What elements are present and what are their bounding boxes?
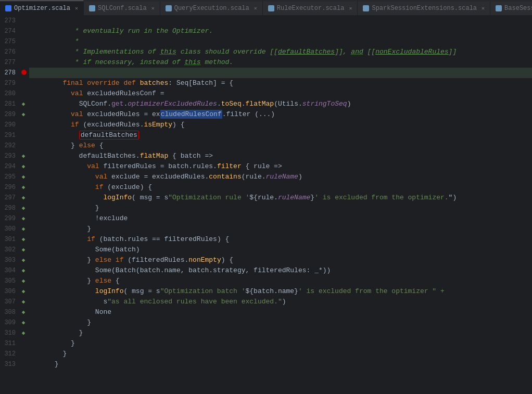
tab-label: QueryExecution.scala <box>174 5 249 12</box>
gutter-307: 307 ◆ <box>0 297 27 307</box>
tab-sparksession[interactable]: SparkSessionExtensions.scala ✕ <box>358 1 490 15</box>
gutter-306: 306 ◆ <box>0 286 27 297</box>
gutter-295: 295 ◆ <box>0 172 27 182</box>
code-line-292: defaultBatches.flatMap { batch => <box>29 141 532 151</box>
gutter-308: 308 ◆ <box>0 307 27 317</box>
gutter-274: 274 <box>0 26 27 36</box>
code-content[interactable]: * eventually run in the Optimizer. * * I… <box>27 16 532 394</box>
gutter-293: 293 ◆ <box>0 151 27 161</box>
code-line-303: Some(Batch(batch.name, batch.strategy, f… <box>29 255 532 265</box>
diff-icon-289: ◆ <box>20 109 27 120</box>
tab-label: SQLConf.scala <box>98 5 147 12</box>
scala-icon <box>5 5 11 11</box>
code-line-310: } <box>29 328 532 338</box>
code-line-279: val excludedRulesConf = <box>29 78 532 88</box>
diff-icon-310: ◆ <box>20 328 27 339</box>
diff-icon-300: ◆ <box>20 224 27 235</box>
gutter-297: 297 ◆ <box>0 193 27 203</box>
gutter-275: 275 <box>0 36 27 47</box>
code-line-309: } <box>29 317 532 328</box>
tab-sqlconf[interactable]: SQLConf.scala ✕ <box>84 1 160 15</box>
scala-icon-6 <box>496 5 502 11</box>
diff-icon-302: ◆ <box>20 245 27 256</box>
code-line-274: * <box>29 26 532 36</box>
tab-label: SparkSessionExtensions.scala <box>372 5 477 12</box>
code-line-296: logInfo( msg = s"Optimization rule '${ru… <box>29 182 532 193</box>
code-line-299: } <box>29 213 532 224</box>
tab-close-sqlconf[interactable]: ✕ <box>151 5 155 11</box>
tab-basesession[interactable]: BaseSessionStateBuilder.scala ✕ <box>490 1 532 15</box>
code-line-294: val exclude = excludedRules.contains(rul… <box>29 161 532 172</box>
diff-icon-308: ◆ <box>20 307 27 318</box>
scala-icon-4 <box>268 5 274 11</box>
code-line-305: logInfo( msg = s"Optimization batch '${b… <box>29 276 532 286</box>
gutter-302: 302 ◆ <box>0 245 27 255</box>
diff-icon-298: ◆ <box>20 203 27 214</box>
diff-icon-309: ◆ <box>20 317 27 328</box>
code-line-275: * Implementations of this class should o… <box>29 36 532 47</box>
scala-icon-2 <box>89 5 95 11</box>
gutter-309: 309 ◆ <box>0 317 27 328</box>
diff-icon-295: ◆ <box>20 172 27 183</box>
gutter-296: 296 ◆ <box>0 182 27 193</box>
gutter-299: 299 ◆ <box>0 213 27 224</box>
code-line-302: } else if (filteredRules.nonEmpty) { <box>29 245 532 255</box>
code-line-278: final override def batches: Seq[Batch] =… <box>29 68 532 78</box>
tab-label: Optimizer.scala <box>14 5 70 12</box>
code-line-290: defaultBatches <box>29 120 532 130</box>
tab-optimizer[interactable]: Optimizer.scala ✕ <box>0 1 84 15</box>
code-line-313 <box>29 359 532 370</box>
tab-close-sparksession[interactable]: ✕ <box>482 5 485 11</box>
diff-icon-307: ◆ <box>20 297 27 308</box>
gutter-276: 276 <box>0 47 27 57</box>
diff-icon-293: ◆ <box>20 151 27 162</box>
scala-icon-3 <box>166 5 172 11</box>
gutter-304: 304 ◆ <box>0 265 27 276</box>
tab-ruleexecutor[interactable]: RuleExecutor.scala ✕ <box>263 1 358 15</box>
code-line-304: } else { <box>29 265 532 276</box>
gutter-291: 291 <box>0 130 27 141</box>
tab-close-queryexecution[interactable]: ✕ <box>254 5 257 11</box>
gutter-279: 279 <box>0 78 27 88</box>
gutter-310: 310 ◆ <box>0 328 27 338</box>
code-line-308: } <box>29 307 532 317</box>
editor: 273 274 275 276 277 278 279 <box>0 16 532 394</box>
code-line-291: } else { <box>29 130 532 141</box>
diff-icon-303: ◆ <box>20 255 27 266</box>
code-line-276: * if necessary, instead of this method. <box>29 47 532 57</box>
gutter-277: 277 <box>0 57 27 68</box>
gutter-290: 290 <box>0 120 27 130</box>
diff-icon-281: ◆ <box>20 99 27 110</box>
gutter-280: 280 <box>0 88 27 99</box>
gutter-289: 289 ◆ <box>0 109 27 120</box>
code-line-298: !exclude <box>29 203 532 213</box>
gutter-298: 298 ◆ <box>0 203 27 213</box>
gutter-305: 305 ◆ <box>0 276 27 286</box>
diff-icon-304: ◆ <box>20 265 27 276</box>
code-line-306: s"as all enclosed rules have been exclud… <box>29 286 532 297</box>
gutter-301: 301 ◆ <box>0 234 27 245</box>
diff-icon-299: ◆ <box>20 213 27 224</box>
code-line-312: } <box>29 349 532 359</box>
code-line-307: None <box>29 297 532 307</box>
tab-label: BaseSessionStateBuilder.scala <box>504 5 532 12</box>
tab-queryexecution[interactable]: QueryExecution.scala ✕ <box>160 1 263 15</box>
gutter-281: 281 ◆ <box>0 99 27 109</box>
code-line-295: if (exclude) { <box>29 172 532 182</box>
diff-icon-294: ◆ <box>20 161 27 172</box>
code-line-301: Some(batch) <box>29 234 532 245</box>
code-line-280: SQLConf.get.optimizerExcludedRules.toSeq… <box>29 88 532 99</box>
gutter-294: 294 ◆ <box>0 161 27 172</box>
code-line-297: } <box>29 193 532 203</box>
tab-close-optimizer[interactable]: ✕ <box>75 5 78 11</box>
tab-bar: Optimizer.scala ✕ SQLConf.scala ✕ QueryE… <box>0 0 532 16</box>
code-line-273: * eventually run in the Optimizer. <box>29 16 532 26</box>
gutter-278: 278 <box>0 68 27 78</box>
tab-close-ruleexecutor[interactable]: ✕ <box>349 5 352 11</box>
code-line-300: if (batch.rules == filteredRules) { <box>29 224 532 234</box>
diff-icon-305: ◆ <box>20 276 27 287</box>
gutter-300: 300 ◆ <box>0 224 27 234</box>
gutter-303: 303 ◆ <box>0 255 27 265</box>
gutter-312: 312 <box>0 349 27 359</box>
diff-icon-306: ◆ <box>20 286 27 297</box>
